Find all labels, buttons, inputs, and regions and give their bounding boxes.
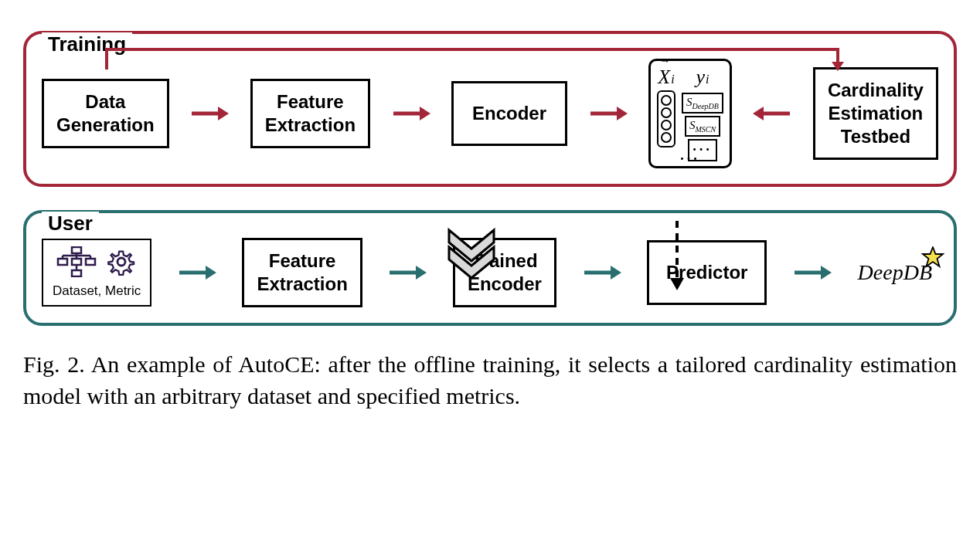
box-predictor: Predictor [647, 240, 767, 305]
star-icon [921, 246, 944, 275]
svg-marker-3 [420, 107, 430, 120]
user-label: User [42, 212, 99, 236]
box-ellipsis: ··· [680, 151, 700, 168]
arrow-icon [753, 104, 791, 123]
svg-marker-29 [611, 266, 621, 280]
output-deepdb: DeepDB [858, 260, 938, 285]
svg-marker-7 [753, 107, 764, 120]
box-data-generation: Data Generation [42, 79, 169, 148]
arrow-icon [190, 104, 229, 123]
svg-marker-31 [821, 266, 832, 280]
training-label: Training [42, 32, 132, 56]
svg-marker-25 [206, 266, 216, 280]
dashed-arrow-icon [668, 219, 686, 297]
user-input-box: Dataset, Metric [42, 239, 151, 307]
box-feature-extraction: Feature Extraction [250, 79, 370, 148]
user-input-label: Dataset, Metric [53, 283, 141, 299]
svg-marker-1 [218, 107, 229, 120]
down-chevrons-icon [444, 227, 499, 281]
training-section: Training Data Generation Feature Extract… [23, 31, 957, 187]
top-pipeline-connector [105, 48, 839, 51]
box-testbed: Cardinality Estimation Testbed [813, 67, 938, 160]
svg-rect-16 [72, 270, 81, 276]
svg-marker-27 [416, 266, 427, 280]
arrow-icon [388, 263, 427, 282]
score-mscn: SMSCN [685, 116, 720, 137]
arrow-icon [178, 263, 216, 282]
box-encoder: Encoder [451, 81, 567, 146]
svg-rect-13 [58, 259, 67, 265]
svg-marker-32 [923, 247, 943, 266]
svg-rect-14 [72, 259, 81, 265]
svg-point-23 [117, 258, 125, 266]
arrow-icon [392, 104, 430, 123]
svg-marker-11 [670, 278, 684, 290]
schema-icon [56, 246, 97, 280]
figure-caption: Fig. 2. An example of AutoCE: after the … [23, 349, 957, 412]
arrow-icon [793, 263, 832, 282]
y-label: yi [696, 66, 709, 89]
autoce-diagram: Training Data Generation Feature Extract… [23, 31, 957, 412]
arrow-icon [583, 263, 621, 282]
gear-icon [106, 246, 137, 280]
box-feature-extraction-user: Feature Extraction [242, 238, 362, 307]
score-deepdb: SDeepDB [682, 93, 723, 114]
xy-vectors-box: Xi yi SDeepDB SMSCN ··· ··· [648, 59, 732, 168]
svg-marker-5 [617, 107, 628, 120]
vector-circles-icon [657, 90, 675, 147]
svg-rect-15 [86, 259, 95, 265]
svg-rect-12 [72, 247, 81, 253]
arrow-icon [589, 104, 628, 123]
x-vector-label: Xi [658, 66, 674, 89]
